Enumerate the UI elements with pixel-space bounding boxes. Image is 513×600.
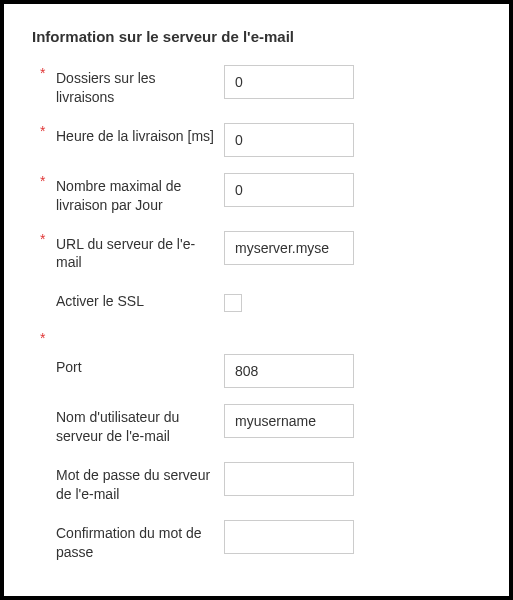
input-delivery-time[interactable] [224, 123, 354, 157]
row-max-delivery: * Nombre maximal de livraison par Jour [32, 171, 481, 215]
row-port: Port [32, 352, 481, 388]
required-mark: * [32, 229, 56, 247]
email-server-settings-panel: Information sur le serveur de l'e-mail *… [4, 4, 509, 596]
input-port[interactable] [224, 354, 354, 388]
section-title: Information sur le serveur de l'e-mail [32, 28, 481, 45]
row-server-url: * URL du serveur de l'e-mail [32, 229, 481, 273]
label-username: Nom d'utilisateur du serveur de l'e-mail [56, 402, 224, 446]
input-password-confirm[interactable] [224, 520, 354, 554]
required-mark [32, 460, 56, 462]
required-mark [32, 286, 56, 288]
required-mark [32, 402, 56, 404]
input-server-url[interactable] [224, 231, 354, 265]
checkbox-ssl[interactable] [224, 294, 242, 312]
input-password[interactable] [224, 462, 354, 496]
label-port: Port [56, 352, 224, 377]
required-mark [32, 518, 56, 520]
label-password: Mot de passe du serveur de l'e-mail [56, 460, 224, 504]
label-delivery-folders: Dossiers sur les livraisons [56, 63, 224, 107]
row-password: Mot de passe du serveur de l'e-mail [32, 460, 481, 504]
row-username: Nom d'utilisateur du serveur de l'e-mail [32, 402, 481, 446]
label-password-confirm: Confirmation du mot de passe [56, 518, 224, 562]
required-mark: * [32, 63, 56, 81]
label-server-url: URL du serveur de l'e-mail [56, 229, 224, 273]
form-body: * Dossiers sur les livraisons * Heure de… [32, 63, 481, 562]
row-delivery-time: * Heure de la livraison [ms] [32, 121, 481, 157]
row-ssl: Activer le SSL [32, 286, 481, 322]
required-mark: * [32, 121, 56, 139]
row-delivery-folders: * Dossiers sur les livraisons [32, 63, 481, 107]
required-mark: * [32, 171, 56, 189]
label-ssl: Activer le SSL [56, 286, 224, 311]
required-mark-port: * [32, 330, 56, 346]
label-delivery-time: Heure de la livraison [ms] [56, 121, 224, 146]
input-max-delivery[interactable] [224, 173, 354, 207]
label-max-delivery: Nombre maximal de livraison par Jour [56, 171, 224, 215]
row-password-confirm: Confirmation du mot de passe [32, 518, 481, 562]
required-mark-spacer [32, 352, 56, 354]
input-username[interactable] [224, 404, 354, 438]
input-delivery-folders[interactable] [224, 65, 354, 99]
